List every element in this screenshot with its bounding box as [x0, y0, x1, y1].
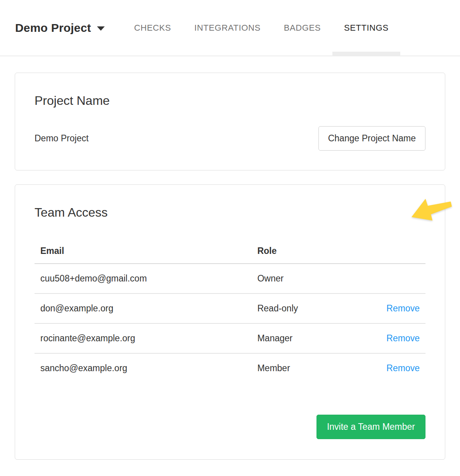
member-email: sancho@example.org — [35, 353, 251, 383]
tab-settings[interactable]: SETTINGS — [332, 0, 400, 56]
member-email: don@example.org — [35, 294, 251, 323]
change-project-name-button[interactable]: Change Project Name — [318, 126, 425, 151]
member-role: Owner — [251, 264, 372, 294]
settings-page: Project Name Demo Project Change Project… — [0, 73, 460, 474]
remove-member-link[interactable]: Remove — [386, 333, 420, 343]
member-email: rocinante@example.org — [35, 323, 251, 353]
team-member-row: rocinante@example.org Manager Remove — [35, 323, 425, 353]
tab-label: SETTINGS — [344, 23, 389, 33]
team-access-card-title: Team Access — [35, 206, 425, 219]
team-members-table: Email Role cuu508+demo@gmail.com Owner d… — [35, 239, 425, 383]
project-name-card: Project Name Demo Project Change Project… — [15, 73, 445, 170]
team-access-card: Team Access Email Role cuu508+demo@gmail… — [15, 184, 445, 460]
tab-label: CHECKS — [134, 23, 171, 33]
tab-checks[interactable]: CHECKS — [123, 0, 183, 56]
tab-label: BADGES — [284, 23, 321, 33]
role-column-header: Role — [251, 239, 372, 264]
current-project-name: Demo Project — [35, 133, 88, 144]
member-role: Read-only — [251, 294, 372, 323]
team-member-row: cuu508+demo@gmail.com Owner — [35, 264, 425, 294]
project-title: Demo Project — [15, 21, 91, 35]
team-members-table-body: cuu508+demo@gmail.com Owner don@example.… — [35, 264, 425, 383]
member-role: Member — [251, 353, 372, 383]
team-member-row: don@example.org Read-only Remove — [35, 294, 425, 323]
member-role: Manager — [251, 323, 372, 353]
invite-team-member-button[interactable]: Invite a Team Member — [316, 415, 425, 439]
tab-badges[interactable]: BADGES — [272, 0, 332, 56]
action-column-header — [373, 239, 425, 264]
active-tab-indicator — [332, 52, 400, 56]
nav-tabs: CHECKS INTEGRATIONS BADGES SETTINGS — [123, 0, 400, 56]
member-email: cuu508+demo@gmail.com — [35, 264, 251, 294]
email-column-header: Email — [35, 239, 251, 264]
remove-member-link[interactable]: Remove — [386, 303, 420, 313]
team-member-row: sancho@example.org Member Remove — [35, 353, 425, 383]
remove-member-link[interactable]: Remove — [386, 363, 420, 373]
tab-integrations[interactable]: INTEGRATIONS — [183, 0, 272, 56]
table-header-row: Email Role — [35, 239, 425, 264]
project-switcher-dropdown[interactable]: Demo Project — [15, 21, 105, 35]
top-navigation: Demo Project CHECKS INTEGRATIONS BADGES … — [0, 0, 460, 56]
tab-label: INTEGRATIONS — [194, 23, 261, 33]
project-name-card-title: Project Name — [35, 94, 425, 108]
caret-down-icon — [97, 26, 105, 31]
